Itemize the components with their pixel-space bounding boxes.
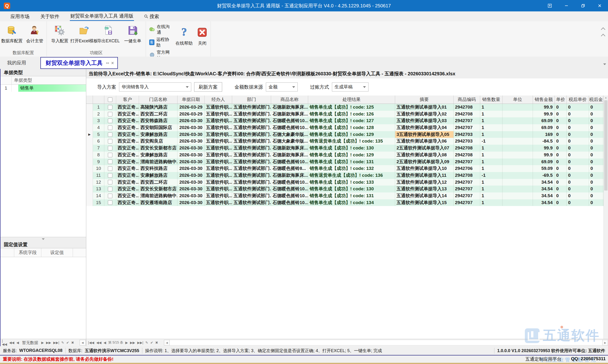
row-checkbox[interactable] (108, 159, 112, 164)
vertical-scrollbar[interactable]: ▲ (604, 95, 608, 339)
column-header-result[interactable]: 处理结果 (308, 95, 395, 104)
row-checkbox[interactable] (108, 146, 112, 150)
vertical-scroll-thumb[interactable] (604, 100, 608, 191)
doc-type-row[interactable]: 1 销售单 (0, 85, 86, 92)
hscroll-right-button[interactable]: ▶ (602, 340, 608, 345)
main-pager-cancel-icon[interactable]: ✖ (155, 341, 158, 344)
sidebar-splitter[interactable] (0, 237, 86, 241)
table-row[interactable]: 7西安正奇...西安长安新都市店2026-03-30五通软件职...五通软件测试… (86, 145, 608, 152)
column-header-price[interactable]: 单价 (555, 95, 567, 104)
pager-next-icon[interactable]: ▶ (41, 341, 44, 344)
table-row[interactable]: 9西安正奇...渭南前进路购物中...2026-03-30五通软件职...五通软… (86, 158, 608, 165)
table-row[interactable]: 12西安正奇...西安西二环店2026-03-30五通软件职...五通软件测试部… (86, 179, 608, 186)
sidebar-scroll-left-button[interactable]: ◀ (80, 340, 86, 345)
row-checkbox[interactable] (108, 200, 112, 205)
table-row[interactable]: 13西安正奇...西安长安新都市店2026-03-30五通软件职...五通软件测… (86, 186, 608, 193)
table-row[interactable]: 14西安正奇...渭南前进路购物中...2026-03-30五通软件职...五通… (86, 193, 608, 199)
pager-nextpage-icon[interactable]: ▶▶ (46, 341, 51, 344)
system-field-column-header[interactable]: 系统字段 (14, 248, 41, 257)
column-header-dept[interactable]: 部门 (232, 95, 271, 104)
menu-search[interactable]: 搜索 (144, 13, 159, 20)
select-all-checkbox[interactable] (108, 97, 112, 102)
import-plan-select[interactable]: 华润销售导入 (119, 82, 191, 91)
pager-prevpage-icon[interactable]: ◀◀ (9, 341, 14, 344)
table-row[interactable]: 4西安正奇...西安朝阳国际店2026-03-30五通软件职...五通软件测试部… (86, 124, 608, 131)
main-pager-ok-icon[interactable]: ✔ (150, 341, 153, 344)
close-app-button[interactable]: 关闭 (194, 23, 210, 46)
table-row[interactable]: 3西安正奇...西安韩森路店2026-03-30五通软件职...五通软件测试部门… (86, 117, 608, 124)
posting-mode-select[interactable]: 生成草稿 (332, 82, 369, 91)
remote-assist-link[interactable]: 客 远程协助 (149, 37, 172, 48)
table-row[interactable]: 6西安正奇...西安阎良店2026-03-30五通软件职...五通软件测试部门.… (86, 138, 608, 145)
online-chat-link[interactable]: 在线沟通 (149, 24, 172, 35)
minimize-button[interactable] (558, 0, 575, 11)
column-header-date[interactable]: 单据日期 (178, 95, 205, 104)
main-pager-last-icon[interactable]: ▶▶| (137, 341, 143, 344)
table-row[interactable]: 1西安正奇...高陵陕汽路店2026-03-29五通软件职...五通软件测试部门… (86, 104, 608, 111)
column-header-after_amount[interactable]: 税后金 (589, 95, 603, 104)
tab-import-tool[interactable]: 财贸双全单据导入工具 ✕ (40, 57, 118, 69)
menu-about[interactable]: 关于软件 (40, 12, 60, 21)
open-excel-template-button[interactable]: 打开Excel模板 (73, 23, 95, 44)
pager-prev-icon[interactable]: ◀ (16, 341, 19, 344)
table-row[interactable]: 15西安正奇...西安雁塔南路店2026-03-30五通软件职...五通软件测试… (86, 199, 608, 206)
main-pager-next-icon[interactable]: ▶ (125, 341, 128, 344)
column-header-store[interactable]: 门店名称 (139, 95, 178, 104)
maximize-restore-button[interactable] (575, 0, 591, 11)
one-click-generate-button[interactable]: 一健生单 (121, 23, 144, 44)
pager-cancel-icon[interactable]: ✖ (71, 341, 74, 344)
column-header-handler[interactable]: 经办人 (205, 95, 232, 104)
hscroll-track[interactable] (170, 340, 602, 345)
column-header-code[interactable]: 商品编码 (453, 95, 480, 104)
table-row[interactable]: 10西安正奇...西安科技路店2026-03-30五通软件职...五通软件测试部… (86, 165, 608, 172)
tab-pin-icon[interactable] (105, 61, 109, 65)
main-pager-first-icon[interactable]: |◀◀ (88, 341, 94, 344)
row-checkbox[interactable] (108, 125, 112, 130)
main-pager-edit-icon[interactable]: ✎ (145, 341, 148, 344)
row-checkbox[interactable] (108, 132, 112, 137)
pager-last-icon[interactable]: ▶▶| (53, 341, 59, 344)
tab-list-dropdown-icon[interactable] (603, 64, 606, 65)
main-pager-nextpage-icon[interactable]: ▶▶ (130, 341, 135, 344)
row-checkbox[interactable] (108, 180, 112, 184)
column-header-unit[interactable]: 单位 (503, 95, 533, 104)
table-row[interactable]: 8西安正奇...安康解放路店2026-03-30五通软件职...五通软件测试部门… (86, 152, 608, 158)
refresh-plan-button[interactable]: 刷新方案 (194, 82, 222, 92)
pin-window-button[interactable] (542, 0, 558, 11)
row-checkbox[interactable] (108, 194, 112, 198)
main-pager-prev-icon[interactable]: ◀ (103, 341, 106, 344)
import-config-button[interactable]: 导入配置 (48, 23, 71, 44)
amount-source-select[interactable]: 金额 (266, 82, 298, 91)
doc-type-column-header[interactable]: 单据类型 (12, 76, 86, 84)
row-checkbox[interactable] (108, 166, 112, 171)
row-checkbox[interactable] (108, 112, 112, 117)
column-header-summary[interactable]: 摘要 (395, 95, 453, 104)
close-window-button[interactable] (591, 0, 608, 11)
table-row[interactable]: 2西安正奇...西安西二环店2026-03-29五通软件职...五通软件测试部门… (86, 111, 608, 117)
online-help-button[interactable]: ? 在线帮助 (174, 23, 194, 46)
column-header-amount[interactable]: 销售金额 (533, 95, 555, 104)
menu-app-market[interactable]: 应用市场 (10, 12, 30, 21)
tab-my-apps[interactable]: 我的应用 (0, 60, 33, 69)
table-row[interactable]: ▶5西安正奇...安康解放路店2026-03-30五通软件职...五通软件测试部… (86, 131, 608, 138)
row-checkbox[interactable] (108, 153, 112, 157)
set-value-column-header[interactable]: 设定值 (41, 248, 73, 257)
column-header-after_price[interactable]: 税后单价 (567, 95, 589, 104)
scroll-up-icon[interactable]: ▲ (604, 95, 608, 100)
menu-import-tool[interactable]: 财贸双全单据导入工具 通用版 (70, 12, 134, 21)
main-pager-prevpage-icon[interactable]: ◀◀ (96, 341, 102, 344)
column-header-qty[interactable]: 销售数量 (480, 95, 503, 104)
column-header-product[interactable]: 商品名称 (271, 95, 308, 104)
row-checkbox[interactable] (108, 139, 112, 143)
table-row[interactable]: 11西安正奇...安康解放路店2026-03-30五通软件职...五通软件测试部… (86, 172, 608, 179)
row-checkbox[interactable] (108, 118, 112, 123)
database-config-button[interactable]: 数据库配置 (0, 23, 23, 44)
column-header-customer[interactable]: 客户 (116, 95, 139, 104)
collapse-ribbon-icon[interactable] (601, 27, 605, 32)
row-checkbox[interactable] (108, 105, 112, 110)
row-checkbox[interactable] (108, 187, 112, 191)
pager-first-icon[interactable]: |◀◀ (2, 339, 7, 346)
chief-accountant-button[interactable]: 会计主管 (23, 23, 46, 44)
tab-close-icon[interactable]: ✕ (111, 61, 114, 65)
pager-ok-icon[interactable]: ✔ (66, 341, 69, 344)
